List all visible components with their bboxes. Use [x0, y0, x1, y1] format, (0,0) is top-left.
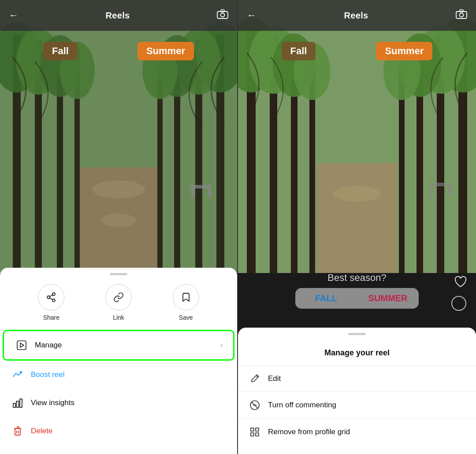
- share-icon-circle: [38, 284, 64, 310]
- manage-icon: [15, 338, 29, 352]
- svg-point-28: [52, 299, 55, 302]
- right-tag-fall: Fall: [282, 42, 316, 60]
- left-nav-title: Reels: [106, 11, 130, 21]
- edit-icon: [249, 374, 261, 384]
- left-camera-icon[interactable]: [217, 9, 228, 22]
- svg-point-21: [92, 181, 145, 198]
- boost-icon: [11, 368, 25, 382]
- svg-point-40: [460, 13, 464, 17]
- svg-line-29: [50, 298, 53, 300]
- right-background: [238, 0, 476, 273]
- svg-rect-61: [428, 183, 452, 186]
- insights-menu-row[interactable]: View insights: [0, 389, 237, 417]
- svg-rect-69: [251, 433, 254, 436]
- boost-menu-row[interactable]: Boost reel: [0, 361, 237, 389]
- right-tag-summer: Summer: [376, 42, 432, 60]
- link-label: Link: [113, 314, 124, 321]
- manage-sheet-title: Manage your reel: [238, 344, 476, 365]
- boost-label: Boost reel: [31, 370, 65, 379]
- remove-grid-label: Remove from profile grid: [268, 428, 350, 436]
- left-nav-bar: ← Reels: [0, 0, 237, 31]
- svg-rect-70: [256, 433, 259, 436]
- right-panel: ← Reels: [238, 0, 476, 454]
- poll-area: Best season? FALL SUMMER: [238, 272, 476, 309]
- left-background: [0, 0, 237, 273]
- delete-menu-row[interactable]: Delete: [0, 417, 237, 445]
- svg-rect-68: [256, 428, 259, 431]
- grid-icon: [249, 427, 261, 437]
- left-tag-summer: Summer: [138, 42, 194, 60]
- svg-rect-63: [448, 186, 452, 196]
- left-bottom-sheet: Share Link Save: [0, 268, 237, 454]
- right-manage-sheet: Manage your reel Edit Turn off c: [238, 328, 476, 454]
- svg-rect-34: [17, 401, 19, 407]
- right-sheet-handle: [348, 333, 366, 335]
- save-button-item[interactable]: Save: [173, 284, 199, 321]
- left-season-tags: Fall Summer: [0, 42, 237, 60]
- edit-manage-row[interactable]: Edit: [238, 366, 476, 391]
- svg-point-60: [333, 186, 381, 202]
- svg-point-22: [101, 214, 136, 227]
- edit-label: Edit: [268, 374, 281, 383]
- svg-rect-35: [20, 399, 22, 407]
- delete-icon: [11, 424, 25, 438]
- save-label: Save: [179, 314, 193, 321]
- svg-rect-36: [15, 428, 20, 435]
- svg-rect-24: [191, 188, 195, 197]
- svg-point-26: [52, 293, 55, 295]
- left-back-button[interactable]: ←: [9, 10, 19, 21]
- svg-rect-0: [217, 11, 228, 18]
- svg-rect-41: [460, 10, 463, 12]
- insights-icon: [11, 396, 25, 410]
- svg-rect-33: [13, 403, 15, 407]
- right-back-button[interactable]: ←: [247, 10, 257, 21]
- svg-rect-25: [208, 188, 211, 197]
- svg-point-1: [221, 13, 225, 17]
- svg-point-27: [47, 296, 50, 299]
- right-nav-bar: ← Reels: [238, 0, 476, 31]
- commenting-manage-row[interactable]: Turn off commenting: [238, 392, 476, 418]
- poll-options[interactable]: FALL SUMMER: [295, 288, 419, 309]
- svg-line-30: [50, 295, 53, 297]
- left-panel: ← Reels: [0, 0, 238, 454]
- svg-rect-31: [17, 341, 26, 350]
- svg-rect-67: [251, 428, 254, 431]
- circle-icon: [451, 296, 466, 311]
- delete-label: Delete: [31, 427, 52, 436]
- svg-rect-62: [430, 186, 433, 196]
- commenting-icon: [249, 400, 261, 410]
- right-nav-title: Reels: [344, 11, 368, 21]
- svg-rect-2: [221, 10, 224, 12]
- share-label: Share: [43, 314, 60, 321]
- right-camera-icon[interactable]: [456, 9, 467, 22]
- share-button-item[interactable]: Share: [38, 284, 64, 321]
- commenting-label: Turn off commenting: [268, 401, 336, 410]
- sheet-handle: [110, 273, 127, 275]
- manage-chevron: ›: [220, 341, 223, 349]
- manage-label: Manage: [35, 341, 62, 350]
- right-season-tags: Fall Summer: [238, 42, 476, 60]
- poll-option-summer[interactable]: SUMMER: [357, 288, 419, 309]
- insights-label: View insights: [31, 399, 74, 407]
- save-icon-circle: [173, 284, 199, 310]
- heart-icon[interactable]: [454, 276, 467, 291]
- link-button-item[interactable]: Link: [105, 284, 132, 321]
- manage-menu-row[interactable]: Manage ›: [3, 330, 234, 361]
- poll-question: Best season?: [327, 272, 386, 284]
- svg-rect-39: [456, 11, 467, 18]
- svg-marker-32: [20, 343, 24, 347]
- icon-buttons-row: Share Link Save: [0, 284, 237, 321]
- remove-grid-manage-row[interactable]: Remove from profile grid: [238, 419, 476, 445]
- link-icon-circle: [105, 284, 132, 310]
- poll-option-fall[interactable]: FALL: [295, 288, 357, 309]
- left-tag-fall: Fall: [43, 42, 78, 60]
- svg-rect-43: [317, 163, 397, 273]
- svg-rect-23: [189, 185, 211, 188]
